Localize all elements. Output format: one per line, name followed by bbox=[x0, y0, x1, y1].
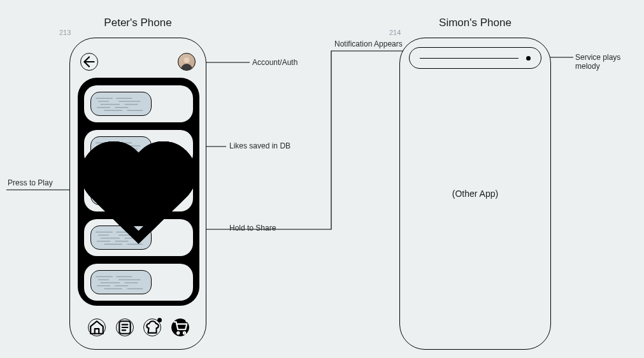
annot-notify: Notification Appears bbox=[334, 39, 403, 48]
melody-card[interactable] bbox=[84, 130, 193, 167]
tab-chef[interactable] bbox=[143, 319, 161, 336]
tab-cart[interactable] bbox=[171, 319, 189, 336]
annot-share: Hold to Share bbox=[229, 224, 276, 233]
tab-home[interactable] bbox=[88, 319, 106, 336]
annot-play: Press to Play bbox=[8, 178, 53, 187]
melody-card[interactable] bbox=[84, 175, 193, 211]
back-button[interactable] bbox=[80, 53, 98, 71]
peter-title: Peter's Phone bbox=[101, 17, 175, 29]
badge-dot-icon bbox=[157, 318, 162, 322]
waveform[interactable] bbox=[90, 270, 152, 294]
simon-frame-label: 214 bbox=[389, 29, 401, 36]
melody-card[interactable] bbox=[84, 85, 193, 122]
svg-point-63 bbox=[183, 332, 185, 334]
simon-title: Simon's Phone bbox=[438, 17, 513, 29]
melody-card[interactable] bbox=[84, 219, 193, 256]
like-button[interactable] bbox=[175, 98, 187, 110]
waveform[interactable] bbox=[90, 136, 152, 161]
annot-melody: Service plays melody bbox=[575, 53, 644, 71]
simon-body-placeholder: (Other App) bbox=[400, 38, 550, 349]
tab-list[interactable] bbox=[116, 319, 134, 336]
feed bbox=[78, 78, 199, 306]
melody-card[interactable] bbox=[84, 264, 193, 301]
simon-phone: (Other App) bbox=[399, 38, 551, 350]
annot-account: Account/Auth bbox=[252, 58, 297, 67]
svg-point-62 bbox=[177, 332, 179, 334]
like-button[interactable] bbox=[175, 187, 187, 199]
waveform[interactable] bbox=[90, 226, 152, 250]
arrow-left-icon bbox=[81, 54, 97, 70]
like-button[interactable] bbox=[175, 276, 187, 288]
waveform[interactable] bbox=[90, 181, 152, 205]
annot-likes: Likes saved in DB bbox=[229, 141, 290, 150]
tab-bar bbox=[78, 313, 199, 341]
badge-dot-icon bbox=[185, 318, 190, 322]
peter-phone bbox=[69, 38, 206, 350]
like-button[interactable] bbox=[175, 143, 187, 154]
svg-rect-58 bbox=[119, 321, 130, 334]
peter-frame-label: 213 bbox=[59, 29, 71, 36]
avatar[interactable] bbox=[178, 53, 196, 71]
like-button[interactable] bbox=[175, 232, 187, 243]
waveform[interactable] bbox=[90, 92, 152, 116]
